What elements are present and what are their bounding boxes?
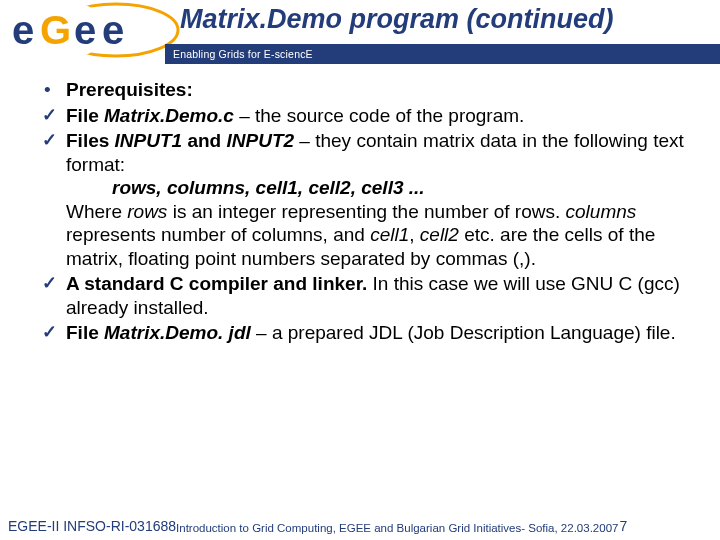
tagline-text: Enabling Grids for E-sciencE (173, 48, 313, 60)
title-post: Demo program (continued) (267, 4, 614, 34)
content-list: Prerequisites: File Matrix.Demo.c – the … (40, 78, 690, 345)
var: cell1 (370, 224, 409, 245)
text: represents number of columns, and (66, 224, 370, 245)
text: and (182, 130, 226, 151)
prereq-label: Prerequisites: (66, 79, 193, 100)
list-item: File Matrix.Demo. jdl – a prepared JDL (… (40, 321, 690, 345)
text: File (66, 322, 104, 343)
filename: INPUT2 (227, 130, 295, 151)
slide-footer: EGEE-II INFSO-RI-031688 Introduction to … (0, 512, 720, 540)
var: columns (566, 201, 637, 222)
footer-center: Introduction to Grid Computing, EGEE and… (176, 522, 618, 534)
text: – the source code of the program. (234, 105, 524, 126)
list-item: A standard C compiler and linker. In thi… (40, 272, 690, 319)
var: cell2 (420, 224, 459, 245)
title-pre: Matrix. (180, 4, 267, 34)
filename: Matrix.Demo. jdl (104, 322, 251, 343)
svg-text:e: e (12, 8, 34, 52)
text: – a prepared JDL (Job Description Langua… (251, 322, 676, 343)
text: File (66, 105, 104, 126)
text: Files (66, 130, 115, 151)
footer-left: EGEE-II INFSO-RI-031688 (8, 518, 176, 534)
filename: Matrix.Demo.c (104, 105, 234, 126)
var: rows (127, 201, 167, 222)
egee-logo: e G e e (6, 2, 181, 64)
text: Where (66, 201, 127, 222)
text: is an integer representing the number of… (167, 201, 565, 222)
list-item: Prerequisites: (40, 78, 690, 102)
page-number: 7 (619, 518, 627, 534)
slide-body: Prerequisites: File Matrix.Demo.c – the … (0, 68, 720, 512)
slide: e G e e Matrix.Demo program (continued) … (0, 0, 720, 540)
svg-text:e: e (74, 8, 96, 52)
list-item: File Matrix.Demo.c – the source code of … (40, 104, 690, 128)
list-item: Files INPUT1 and INPUT2 – they contain m… (40, 129, 690, 270)
text: A standard C compiler and linker. (66, 273, 367, 294)
filename: INPUT1 (115, 130, 183, 151)
svg-text:G: G (40, 8, 71, 52)
text: , (409, 224, 420, 245)
slide-header: e G e e Matrix.Demo program (continued) … (0, 0, 720, 68)
slide-title: Matrix.Demo program (continued) (180, 4, 712, 35)
explain-block: Where rows is an integer representing th… (66, 200, 690, 271)
svg-text:e: e (102, 8, 124, 52)
tagline-bar: Enabling Grids for E-sciencE (165, 44, 720, 64)
format-line: rows, columns, cell1, cell2, cell3 ... (112, 176, 690, 200)
